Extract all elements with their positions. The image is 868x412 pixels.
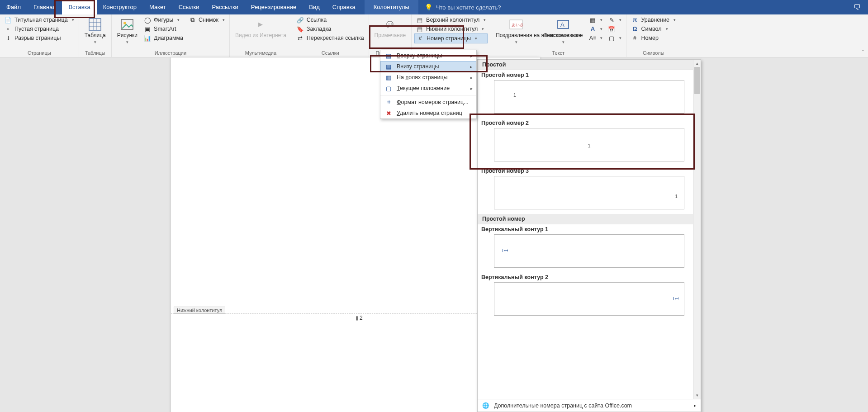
svg-text:あいさつ: あいさつ [512,23,523,27]
remove-icon: ✖ [385,109,392,117]
tab-design[interactable]: Конструктор [97,0,143,14]
tab-home[interactable]: Главная [27,0,62,14]
hyperlink-button[interactable]: 🔗Ссылка [295,15,366,24]
ribbon-tab-bar: Файл Главная Вставка Конструктор Макет С… [0,0,868,14]
tab-header-footer-tools[interactable]: Колонтитулы [365,0,418,14]
new-comment-button: 💬 Примечание [372,15,408,41]
tab-insert[interactable]: Вставка [62,0,96,14]
footer-icon: ▤ [416,25,423,33]
gallery-item-label: Вертикальный контур 2 [478,272,701,281]
chart-icon: 📊 [144,34,151,42]
gallery-item-simple-2[interactable]: 1 [494,128,684,161]
smartart-button[interactable]: ▣SmartArt [142,24,185,33]
symbol-button[interactable]: ΩСимвол [629,24,678,33]
ribbon-group-media: ▶ Видео из Интернета Мультимедиа [230,14,292,57]
signature-line-button[interactable]: ✎ [606,15,623,24]
gallery-item-label: Простой номер 2 [478,118,701,127]
gallery-item-label: Простой номер 1 [478,70,701,79]
number-button[interactable]: #Номер [629,33,678,43]
pictures-icon [120,17,134,32]
chart-button[interactable]: 📊Диаграмма [142,33,185,43]
shapes-button[interactable]: ◯Фигуры [142,15,185,24]
gallery-section-plain: Простой номер [478,214,701,224]
pictures-button[interactable]: Рисунки ▾ [114,15,140,46]
tab-references[interactable]: Ссылки [172,0,206,14]
page-number-current-item[interactable]: ▢ Текущее положение ▸ [380,83,476,94]
more-from-office-item[interactable]: 🌐 Дополнительные номера страниц с сайта … [478,399,701,412]
page-number-remove-item[interactable]: ✖ Удалить номера страниц [380,108,476,118]
page-break-button[interactable]: ⤓Разрыв страницы [3,33,76,43]
date-time-button[interactable]: 📅 [606,24,623,33]
ribbon-group-label: Страницы [3,49,76,57]
text-box-button[interactable]: A Текстовое поле ▾ [541,15,585,46]
gallery-item-label: Простой номер 3 [478,166,701,175]
gallery-item-simple-3[interactable]: 1 [494,176,684,209]
office-icon: 🌐 [482,402,489,409]
submenu-arrow-icon: ▸ [470,86,473,91]
greetings-button[interactable]: あいさつ Поздравления на японском языке ▾ [493,15,539,46]
footer-page-number[interactable]: ▮2 [356,315,363,321]
page-top-icon: ▤ [385,52,392,59]
gallery-item-simple-1[interactable]: 1 [494,80,684,114]
gallery-section-simple: Простой [478,60,701,70]
page-number-gallery: Простой Простой номер 1 1 Простой номер … [477,59,701,412]
wordart-button[interactable]: A [587,24,604,33]
text-box-icon: A [556,17,570,32]
screenshot-button[interactable]: ⧉Снимок [187,15,227,24]
tab-help[interactable]: Справка [326,0,362,14]
footer-region-label: Нижний колонтитул [174,307,225,314]
page-number-button[interactable]: #Номер страницы [414,33,488,43]
page-number-bottom-item[interactable]: ▤ Внизу страницы ▸ [380,61,476,72]
svg-point-6 [123,22,126,24]
gallery-scrollbar[interactable]: ▴ ▾ [693,60,701,399]
page-number-menu: ▤ Вверху страницы ▸ ▤ Внизу страницы ▸ ▥… [380,50,477,119]
object-button[interactable]: ▢ [606,33,623,43]
submenu-arrow-icon: ▸ [470,53,473,58]
lightbulb-icon: 💡 [425,4,432,11]
scrollbar-thumb[interactable] [694,67,700,94]
shapes-icon: ◯ [144,16,151,24]
tab-layout[interactable]: Макет [143,0,172,14]
scroll-down-button[interactable]: ▾ [693,392,701,399]
gallery-item-vertical-1[interactable]: 1 [494,234,684,268]
screenshot-icon: ⧉ [189,16,196,24]
quick-parts-button[interactable]: ▦ [587,15,604,24]
collapse-ribbon-button[interactable]: ˄ [862,49,864,55]
submenu-arrow-icon: ▸ [694,403,696,408]
header-button[interactable]: ▤Верхний колонтитул [414,15,488,24]
equation-button[interactable]: πУравнение [629,15,678,24]
tab-mailings[interactable]: Рассылки [205,0,244,14]
comment-icon: 💬 [383,17,397,32]
page-bottom-icon: ▤ [385,63,392,70]
footer-button[interactable]: ▤Нижний колонтитул [414,24,488,33]
blank-page-button[interactable]: ▫Пустая страница [3,24,76,33]
page-number-top-item[interactable]: ▤ Вверху страницы ▸ [380,50,476,61]
cross-reference-button[interactable]: ⇄Перекрестная ссылка [295,33,366,43]
tell-me-search[interactable]: 💡 Что вы хотите сделать? [418,4,508,11]
page-number-margins-item[interactable]: ▥ На полях страницы ▸ [380,72,476,83]
format-icon: ⌗ [385,99,392,106]
page-number-format-item[interactable]: ⌗ Формат номеров страниц... [380,97,476,108]
bookmark-icon: 🔖 [297,25,304,33]
tab-review[interactable]: Рецензирование [245,0,303,14]
video-icon: ▶ [253,17,268,32]
header-icon: ▤ [416,16,423,24]
ribbon-group-text: あいさつ Поздравления на японском языке ▾ A … [490,14,626,57]
page-margins-icon: ▥ [385,74,392,81]
svg-text:A: A [560,21,564,28]
tab-view[interactable]: Вид [303,0,326,14]
tab-file[interactable]: Файл [0,0,27,14]
cover-page-button[interactable]: 📄Титульная страница [3,15,76,24]
page-number-icon: # [417,35,424,42]
drop-cap-button[interactable]: A≡ [587,33,604,43]
smartart-icon: ▣ [144,25,151,33]
greetings-icon: あいさつ [509,17,523,32]
crossref-icon: ⇄ [297,34,304,42]
scroll-up-button[interactable]: ▴ [693,60,701,67]
ribbon-group-pages: 📄Титульная страница ▫Пустая страница ⤓Ра… [0,14,79,57]
table-button[interactable]: Таблица ▾ [82,15,109,46]
comments-pane-icon[interactable]: 🗨 [846,3,868,11]
gallery-item-vertical-2[interactable]: 1 [494,282,684,316]
ribbon-group-tables: Таблица ▾ Таблицы [79,14,112,57]
bookmark-button[interactable]: 🔖Закладка [295,24,366,33]
